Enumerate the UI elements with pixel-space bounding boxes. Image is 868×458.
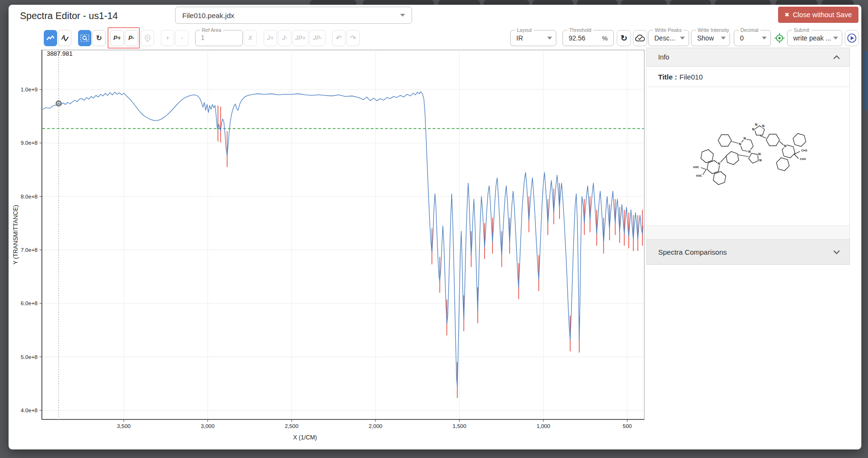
spectra-comparisons-header[interactable]: Spectra Comparisons	[646, 239, 850, 265]
chevron-down-icon	[680, 37, 685, 40]
close-button-label: Close without Save	[793, 11, 852, 19]
line-chart-icon	[46, 34, 55, 42]
svg-text:N: N	[762, 124, 765, 128]
chevron-up-icon	[833, 55, 840, 60]
svg-text:1,000: 1,000	[536, 423, 550, 429]
svg-text:CH3: CH3	[800, 157, 806, 160]
display-line-tool[interactable]	[44, 30, 57, 46]
close-without-save-button[interactable]: ✖ Close without Save	[778, 7, 858, 23]
svg-text:N: N	[759, 152, 761, 156]
svg-text:N: N	[755, 123, 758, 126]
spectrum-chart[interactable]: 3,5003,0002,5002,0001,5001,0005001.0e+99…	[10, 46, 647, 446]
file-select-value: File010.peak.jdx	[182, 11, 400, 20]
chevron-down-icon	[833, 37, 838, 40]
peak-remove-tool[interactable]: P-	[125, 30, 138, 46]
peak-add-tool[interactable]: P+	[110, 30, 124, 46]
write-peaks-select[interactable]: Write Peaks Desc...	[648, 30, 689, 46]
layout-label: Layout	[515, 27, 534, 33]
svg-text:N: N	[718, 162, 720, 165]
play-icon	[847, 33, 857, 43]
cloud-save-button[interactable]	[633, 30, 647, 46]
panel-divider-strip	[646, 225, 850, 239]
submit-value: write peak ...	[793, 34, 833, 42]
svg-text:N: N	[749, 150, 751, 153]
info-accordion-header[interactable]: Info	[646, 48, 850, 67]
x-tool: X	[244, 30, 257, 46]
ref-area-label: Ref Area	[200, 27, 223, 33]
svg-text:X (1/CM): X (1/CM)	[293, 434, 317, 441]
info-header-label: Info	[658, 53, 833, 61]
svg-text:5.0e+8: 5.0e+8	[21, 354, 38, 360]
svg-text:H3C: H3C	[696, 174, 702, 177]
refresh-button[interactable]: ↻	[617, 30, 631, 46]
chevron-down-icon	[400, 14, 405, 17]
svg-text:9.0e+8: 9.0e+8	[21, 140, 38, 146]
file-select[interactable]: File010.peak.jdx	[175, 7, 412, 24]
comparisons-header-label: Spectra Comparisons	[658, 248, 833, 256]
svg-text:H3C: H3C	[693, 165, 700, 169]
svg-text:4.0e+8: 4.0e+8	[21, 408, 38, 413]
svg-text:1.0e+9: 1.0e+9	[21, 87, 38, 92]
submit-label: Submit	[792, 27, 811, 33]
decrease-tool: -	[175, 30, 188, 46]
chevron-down-icon	[762, 37, 767, 40]
toolbar-left: A↻P+P-+-Ref AreaXJ+J-JP+JP-↶↷	[43, 30, 360, 46]
layout-select[interactable]: Layout IR	[510, 30, 556, 46]
pin-tool	[141, 30, 154, 46]
spectra-editor-dialog: Spectra Editor - us1-14 File010.peak.jdx…	[9, 5, 861, 449]
j-minus-tool: J-	[278, 30, 291, 46]
zoom-area-tool[interactable]	[78, 30, 91, 46]
svg-text:8.0e+8: 8.0e+8	[21, 194, 38, 199]
svg-text:N: N	[752, 128, 755, 131]
svg-text:3887.981: 3887.981	[47, 50, 72, 57]
write-peaks-label: Write Peaks	[653, 27, 683, 33]
svg-text:1,500: 1,500	[453, 423, 466, 429]
svg-text:CH3: CH3	[801, 149, 808, 152]
write-intensity-select[interactable]: Write Intensity Show	[691, 30, 730, 46]
ref-area-field[interactable]: Ref Area	[195, 30, 243, 46]
threshold-input[interactable]: Threshold 92.56 %	[562, 30, 614, 46]
layout-value: IR	[516, 34, 547, 42]
ref-area-input[interactable]	[201, 34, 234, 41]
submit-select[interactable]: Submit write peak ...	[787, 30, 842, 46]
svg-text:500: 500	[623, 423, 632, 429]
svg-text:7.0e+8: 7.0e+8	[21, 247, 38, 253]
chevron-down-icon	[833, 250, 840, 254]
chevron-down-icon	[721, 37, 726, 40]
zoom-area-icon	[80, 34, 89, 42]
j-plus-tool: J+	[264, 30, 277, 46]
zoom-reset-tool[interactable]: ↻	[92, 30, 106, 46]
svg-text:N: N	[784, 144, 787, 148]
decimal-label: Decimal	[739, 27, 760, 33]
info-panel: Info Title : File010 NNNNNNNNNNCH3CH3H3C…	[646, 48, 850, 265]
svg-text:Y (TRANSMITTANCE): Y (TRANSMITTANCE)	[12, 205, 19, 264]
jp-plus-tool: JP+	[292, 30, 308, 46]
jp-minus-tool: JP-	[309, 30, 326, 46]
title-value: File010	[680, 73, 703, 81]
write-intensity-label: Write Intensity	[696, 27, 731, 33]
write-intensity-value: Show	[697, 34, 721, 42]
svg-text:3,000: 3,000	[201, 423, 215, 429]
svg-text:2,500: 2,500	[285, 423, 298, 429]
autoscale-icon: A	[60, 34, 69, 42]
target-threshold-button[interactable]	[774, 32, 785, 44]
close-icon: ✖	[785, 11, 789, 18]
svg-text:2,000: 2,000	[369, 423, 383, 429]
molecule-area: NNNNNNNNNNCH3CH3H3CH3C	[646, 87, 850, 225]
background-scrollbar[interactable]	[863, 51, 868, 110]
write-peaks-value: Desc...	[654, 34, 680, 42]
threshold-label: Threshold	[567, 27, 593, 33]
target-icon	[774, 32, 785, 44]
svg-text:N: N	[744, 137, 746, 140]
spectrum-title-row: Title : File010	[646, 67, 850, 87]
pin-icon	[144, 34, 151, 42]
molecule-structure: NNNNNNNNNNCH3CH3H3CH3C	[689, 117, 841, 205]
autoscale-y-tool[interactable]: A	[58, 30, 71, 46]
run-submit-button[interactable]	[845, 30, 859, 46]
threshold-percent-suffix: %	[602, 35, 608, 42]
chevron-down-icon	[547, 37, 552, 40]
increase-tool: +	[161, 30, 174, 46]
refresh-icon: ↻	[621, 33, 627, 43]
decimal-select[interactable]: Decimal 0	[734, 30, 771, 46]
svg-text:3,500: 3,500	[117, 423, 131, 429]
